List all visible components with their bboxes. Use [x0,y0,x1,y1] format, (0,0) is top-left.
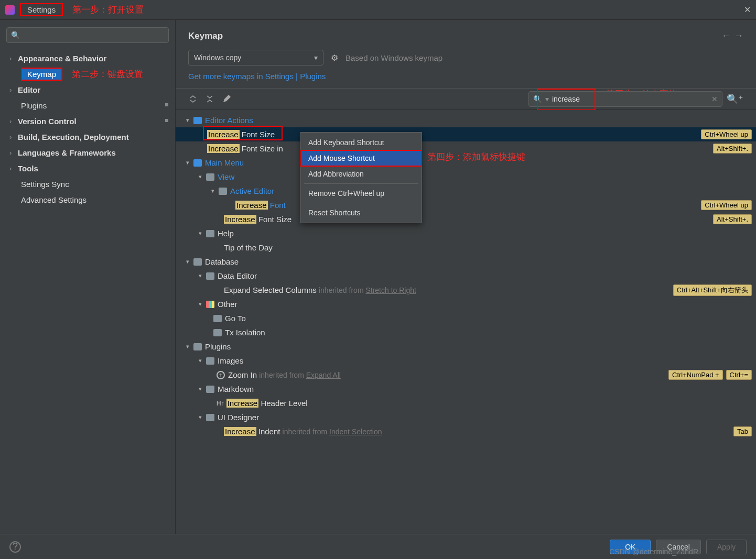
settings-sidebar: 🔍 ›Appearance & Behavior Keymap 第二步：键盘设置… [0,20,176,534]
svg-rect-1 [165,119,168,122]
svg-rect-0 [165,103,168,106]
folder-icon [193,343,202,350]
tree-group-view[interactable]: ▾View [176,170,756,184]
folder-icon [219,188,227,195]
forward-icon[interactable]: → [734,30,743,41]
folder-icon [206,414,214,421]
close-icon[interactable]: ✕ [744,5,751,15]
annotation-step2: 第二步：键盘设置 [72,68,143,80]
folder-icon [206,272,214,280]
action-zoom-in[interactable]: +Zoom In inherited from Expand AllCtrl+N… [176,368,756,382]
zoom-in-icon: + [217,371,225,379]
apply-button[interactable]: Apply [706,540,747,554]
tree-group-ui-designer[interactable]: ▾UI Designer [176,410,756,424]
folder-icon [206,173,214,181]
keymap-select[interactable]: Windows copy ▾ [188,50,323,65]
folder-icon [193,117,202,124]
tree-group-tx-isolation[interactable]: Tx Isolation [176,325,756,339]
ctx-add-abbreviation[interactable]: Add Abbreviation [301,166,422,182]
action-ae-increase-font[interactable]: Increase Font Ctrl+Wheel up [176,198,756,212]
watermark: CSDN @determine_ZandR [609,547,698,556]
tree-group-help[interactable]: ▾Help [176,226,756,240]
nav-languages-frameworks[interactable]: ›Languages & Frameworks [0,145,175,160]
shortcut-badge: Ctrl+Wheel up [701,200,752,210]
keymap-toolbar: 🔍 ▾ increase ✕ 🔍⁺ [176,88,756,110]
tree-group-main-menu[interactable]: ▾Main Menu [176,156,756,170]
help-icon[interactable]: ? [9,541,21,553]
modified-indicator-icon [164,102,170,109]
folder-icon [206,357,214,365]
nav-keymap[interactable]: Keymap 第二步：键盘设置 [0,66,175,82]
edit-icon[interactable] [222,94,231,104]
gear-icon[interactable]: ⚙ [331,53,338,63]
sidebar-search-input[interactable]: 🔍 [6,27,169,43]
settings-nav: ›Appearance & Behavior Keymap 第二步：键盘设置 ›… [0,48,175,210]
folder-icon [206,230,214,237]
based-on-text: Based on Windows keymap [345,53,442,62]
action-increase-indent[interactable]: Increase Indent inherited from Indent Se… [176,424,756,439]
action-increase-font-size-split[interactable]: Increase Font Size inAlt+Shift+. [176,141,756,156]
annotation-step1: 第一步：打开设置 [72,4,144,16]
collapse-all-icon[interactable] [205,94,214,104]
tree-group-editor-actions[interactable]: ▾Editor Actions [176,113,756,127]
folder-icon [193,159,202,167]
action-search-input[interactable]: 🔍 ▾ increase ✕ [528,91,722,107]
folder-icon [206,386,214,393]
page-title: Keymap [188,31,223,41]
shortcut-badge: Alt+Shift+. [713,144,752,154]
tree-group-database[interactable]: ▾Database [176,255,756,269]
shortcut-badge: Ctrl+Wheel up [701,129,752,139]
tree-group-plugins[interactable]: ▾Plugins [176,339,756,354]
search-icon: 🔍 [11,31,20,39]
action-increase-header-level[interactable]: H↑Increase Header Level [176,396,756,410]
action-search-value: increase [552,95,580,103]
nav-plugins[interactable]: Plugins [0,97,175,113]
nav-advanced-settings[interactable]: Advanced Settings [0,192,175,207]
folder-icon [213,329,222,336]
separator [304,183,418,184]
folder-icon [206,301,214,308]
clear-icon[interactable]: ✕ [711,95,718,103]
action-tip-of-day[interactable]: Tip of the Day [176,240,756,255]
tree-group-other[interactable]: ▾Other [176,297,756,311]
tree-group-data-editor[interactable]: ▾Data Editor [176,269,756,283]
shortcut-badge: Alt+Shift+. [713,214,752,224]
shortcut-badge: Ctrl+Alt+Shift+向右箭头 [673,284,752,296]
folder-icon [213,315,222,322]
keymap-select-value: Windows copy [194,53,241,62]
nav-version-control[interactable]: ›Version Control [0,113,175,129]
titlebar: Settings 第一步：打开设置 ✕ [0,0,756,20]
ctx-add-mouse-shortcut[interactable]: Add Mouse Shortcut [301,150,422,166]
nav-tools[interactable]: ›Tools [0,160,175,176]
action-ae-increase-font-size[interactable]: Increase Font SizeAlt+Shift+. [176,212,756,226]
search-icon: 🔍 [533,95,542,103]
nav-appearance-behavior[interactable]: ›Appearance & Behavior [0,50,175,66]
ctx-reset-shortcuts[interactable]: Reset Shortcuts [301,205,422,221]
keymap-tree: ▾Editor Actions Increase Font Size Add K… [176,110,756,534]
modified-indicator-icon [164,117,170,125]
context-menu: Add Keyboard Shortcut Add Mouse Shortcut… [300,132,422,223]
action-expand-selected-columns[interactable]: Expand Selected Columns inherited from S… [176,283,756,297]
tree-group-goto[interactable]: Go To [176,311,756,325]
back-icon[interactable]: ← [721,30,731,41]
nav-editor[interactable]: ›Editor [0,82,175,97]
ctx-remove-shortcut[interactable]: Remove Ctrl+Wheel up [301,185,422,201]
tree-group-images[interactable]: ▾Images [176,354,756,368]
chevron-down-icon: ▾ [314,53,318,62]
window-title-box: Settings [20,3,63,16]
separator [304,203,418,203]
find-shortcut-icon[interactable]: 🔍⁺ [727,93,743,105]
nav-build-execution[interactable]: ›Build, Execution, Deployment [0,129,175,145]
nav-settings-sync[interactable]: Settings Sync [0,176,175,192]
shortcut-badge: Ctrl+NumPad + [668,370,723,380]
folder-icon [193,258,202,266]
action-increase-font-size[interactable]: Increase Font Size Add Keyboard Shortcut… [176,127,756,141]
window-title: Settings [27,5,56,14]
tree-group-markdown[interactable]: ▾Markdown [176,382,756,396]
get-more-keymaps-link[interactable]: Get more keymaps in Settings | Plugins [188,72,326,81]
main-panel: Keymap ← → Windows copy ▾ ⚙ Based on Win… [176,20,756,534]
ctx-add-keyboard-shortcut[interactable]: Add Keyboard Shortcut [301,135,422,150]
tree-group-active-editor[interactable]: ▾Active Editor [176,184,756,198]
expand-all-icon[interactable] [188,94,198,104]
filter-icon[interactable]: ▾ [545,95,549,103]
